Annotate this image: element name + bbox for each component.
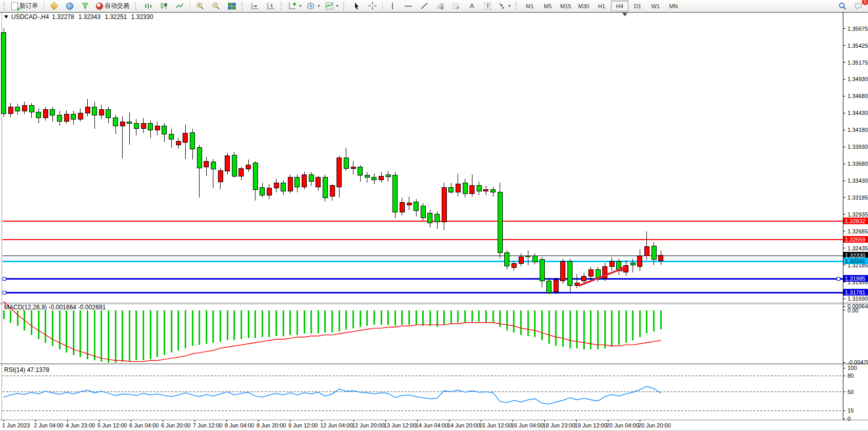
- svg-text:E: E: [441, 6, 444, 10]
- zoom-out-icon: [212, 2, 220, 10]
- zoom-out-button[interactable]: [208, 1, 224, 12]
- new-order-icon: +: [11, 2, 18, 10]
- svg-text:1.32241: 1.32241: [845, 258, 865, 264]
- line-chart-icon: [176, 2, 184, 10]
- macd-main-value: -0.001664: [49, 304, 76, 311]
- svg-text:1.33185: 1.33185: [847, 194, 868, 201]
- svg-text:1.35175: 1.35175: [847, 60, 868, 66]
- fibo-retracement-icon: E: [436, 2, 444, 10]
- svg-text:0.00: 0.00: [847, 307, 858, 314]
- toolbar-separator: [44, 2, 44, 10]
- toolbar-grip[interactable]: [242, 2, 245, 10]
- periods-button[interactable]: ▼: [305, 1, 323, 12]
- tf-button-d1[interactable]: D1: [629, 1, 646, 11]
- svg-text:12 Jun 20:00: 12 Jun 20:00: [352, 422, 385, 428]
- chart-shift-marker[interactable]: [622, 13, 627, 16]
- svg-text:1.31781: 1.31781: [845, 289, 865, 296]
- autotrading-button[interactable]: 自动交易: [94, 1, 133, 12]
- fibo-retracement-button[interactable]: E: [432, 1, 448, 12]
- toolbar-grip[interactable]: [135, 2, 139, 10]
- svg-text:1.34430: 1.34430: [847, 110, 868, 116]
- tf-button-h4[interactable]: H4: [611, 1, 628, 11]
- chevron-down-icon: ▼: [508, 4, 511, 8]
- trendline-button[interactable]: [417, 1, 432, 12]
- zoom-in-button[interactable]: [192, 1, 208, 12]
- svg-text:1.32832: 1.32832: [845, 218, 865, 224]
- cursor-button[interactable]: [349, 1, 364, 12]
- fibo-fan-icon: F: [452, 2, 460, 10]
- svg-text:1.32559: 1.32559: [845, 237, 865, 243]
- toolbar-separator: [190, 2, 190, 10]
- svg-text:80: 80: [847, 373, 854, 379]
- svg-text:7 Jun 12:00: 7 Jun 12:00: [193, 422, 223, 428]
- crosshair-icon: [368, 2, 377, 10]
- svg-text:6 Jun 04:00: 6 Jun 04:00: [129, 422, 159, 428]
- tf-button-h1[interactable]: H1: [593, 1, 610, 11]
- svg-text:1.31985: 1.31985: [845, 276, 865, 282]
- svg-text:1.34680: 1.34680: [847, 93, 868, 99]
- chart-window[interactable]: USDCAD-,H4 1.32278 1.32343 1.32251 1.323…: [0, 12, 868, 431]
- svg-text:50: 50: [847, 389, 854, 395]
- cursor-icon: [353, 2, 360, 10]
- candlestick-chart-icon: [160, 2, 168, 10]
- search-button[interactable]: [835, 1, 850, 12]
- bar-chart-button[interactable]: [141, 1, 156, 12]
- text-label-button[interactable]: T: [480, 1, 496, 12]
- main-toolbar: + 新订单 自动交易: [0, 0, 868, 12]
- text-tool-button[interactable]: A: [464, 1, 480, 12]
- new-order-button[interactable]: + 新订单: [9, 1, 42, 12]
- svg-text:6 Jun 20:00: 6 Jun 20:00: [161, 422, 191, 428]
- tf-button-m30[interactable]: M30: [575, 1, 593, 11]
- horizontal-line-button[interactable]: [401, 1, 416, 12]
- open-value: 1.32278: [52, 13, 74, 21]
- auto-scroll-icon: [251, 2, 259, 10]
- rsi-value: 47.1378: [27, 366, 49, 374]
- collapse-triangle-icon[interactable]: [4, 15, 8, 18]
- svg-text:8 Jun 20:00: 8 Jun 20:00: [257, 422, 286, 428]
- svg-text:1.33930: 1.33930: [847, 144, 868, 150]
- svg-text:13 Jun 12:00: 13 Jun 12:00: [384, 422, 417, 428]
- rsi-name: RSI(14): [4, 366, 25, 374]
- tile-windows-button[interactable]: [224, 1, 240, 12]
- notifications-button[interactable]: 1: [851, 1, 866, 12]
- tf-button-m1[interactable]: M1: [521, 1, 539, 11]
- svg-text:9 Jun 12:00: 9 Jun 12:00: [288, 422, 318, 428]
- new-chart-button[interactable]: ▼: [286, 1, 304, 12]
- notification-badge: 1: [862, 0, 868, 5]
- line-chart-button[interactable]: [172, 1, 188, 12]
- tf-button-m5[interactable]: M5: [539, 1, 557, 11]
- arrows-tool-button[interactable]: ▼: [496, 1, 514, 12]
- toolbar-grip[interactable]: [343, 2, 347, 10]
- metaeditor-button[interactable]: [46, 1, 62, 12]
- svg-text:1.35425: 1.35425: [847, 43, 868, 49]
- vertical-line-button[interactable]: [385, 1, 400, 12]
- crosshair-button[interactable]: [365, 1, 380, 12]
- svg-text:14 Jun 20:00: 14 Jun 20:00: [447, 422, 480, 428]
- chart-title: USDCAD-,H4 1.32278 1.32343 1.32251 1.323…: [4, 13, 153, 21]
- community-button[interactable]: [62, 1, 77, 12]
- macd-name: MACD(12,26,9): [4, 304, 47, 311]
- toolbar-grip[interactable]: [4, 2, 7, 10]
- fibo-fan-button[interactable]: F: [448, 1, 464, 12]
- indicators-button[interactable]: ▼: [323, 1, 341, 12]
- toolbar-grip[interactable]: [516, 2, 519, 10]
- chart-shift-button[interactable]: [263, 1, 279, 12]
- close-value: 1.32330: [131, 13, 153, 21]
- signals-button[interactable]: [78, 1, 93, 12]
- svg-text:2 Jun 04:00: 2 Jun 04:00: [34, 422, 64, 428]
- low-value: 1.32251: [105, 13, 127, 21]
- tf-button-m15[interactable]: M15: [557, 1, 575, 11]
- candlestick-chart-button[interactable]: [156, 1, 172, 12]
- auto-scroll-button[interactable]: [247, 1, 263, 12]
- tf-button-mn[interactable]: MN: [665, 1, 682, 11]
- toolbar-grip[interactable]: [281, 2, 284, 10]
- tf-button-w1[interactable]: W1: [647, 1, 664, 11]
- zoom-in-icon: [196, 2, 204, 10]
- chevron-down-icon: ▼: [299, 4, 302, 8]
- svg-text:100: 100: [847, 365, 857, 371]
- new-order-label: 新订单: [19, 2, 38, 10]
- symbol-period-label: USDCAD-,H4: [11, 13, 49, 21]
- price-chart-canvas[interactable]: 1.356751.354251.351751.349301.346801.344…: [0, 12, 868, 431]
- text-tool-icon: A: [469, 2, 474, 10]
- horizontal-line-icon: [404, 2, 412, 10]
